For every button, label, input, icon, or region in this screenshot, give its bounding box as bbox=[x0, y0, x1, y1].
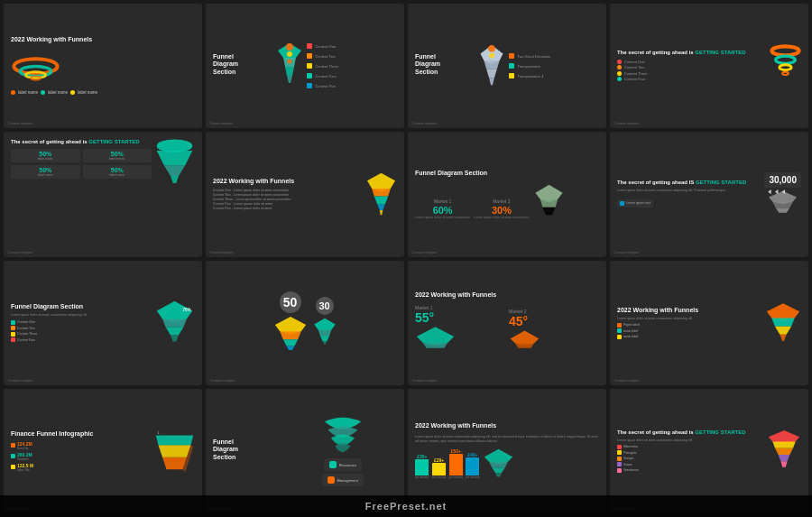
funnel-wide-icon bbox=[154, 139, 195, 189]
slide-footer-4: Creative template bbox=[614, 122, 639, 125]
finance-funnel-icon: 1 bbox=[154, 429, 195, 474]
slide-10[interactable]: 50 30 Creative template bbox=[206, 261, 404, 385]
svg-point-9 bbox=[287, 51, 292, 57]
funnel-small-icon bbox=[483, 448, 514, 479]
funnel-55-icon bbox=[415, 325, 456, 350]
svg-point-8 bbox=[286, 43, 293, 51]
svg-marker-51 bbox=[322, 341, 327, 344]
legend-item-2: label name bbox=[41, 90, 68, 95]
svg-marker-36 bbox=[768, 189, 770, 194]
slide-12-title: 2022 Working with Funnels bbox=[617, 307, 762, 314]
slide-2[interactable]: FunnelDiagramSection Content One bbox=[206, 4, 404, 128]
content-row-1: Content One bbox=[307, 43, 397, 49]
slide-2-title: FunnelDiagramSection bbox=[213, 53, 272, 76]
slide-3[interactable]: FunnelDiagramSection Two Good Decisions … bbox=[408, 4, 606, 128]
content-row-s3-2: Transportation bbox=[509, 63, 599, 69]
svg-marker-31 bbox=[540, 199, 558, 208]
svg-point-15 bbox=[489, 45, 496, 52]
funnel-colored-icon bbox=[765, 301, 801, 345]
svg-marker-61 bbox=[159, 445, 191, 457]
funnel-wave-icon bbox=[320, 415, 365, 456]
funnel-center-icon bbox=[365, 171, 397, 217]
content-row-s3-3: Transportation 4 bbox=[509, 73, 599, 78]
slide-11[interactable]: 2022 Working with Funnels Market 1 55° M… bbox=[408, 261, 606, 385]
svg-text:1: 1 bbox=[158, 431, 160, 435]
svg-marker-60 bbox=[162, 457, 187, 470]
slide-4-title: The secret of getting ahead is GETTING S… bbox=[617, 50, 766, 56]
funnel-30-icon bbox=[312, 317, 337, 346]
slide-4[interactable]: The secret of getting ahead is GETTING S… bbox=[610, 4, 808, 128]
svg-point-19 bbox=[780, 65, 791, 70]
content-row-3: Content Three bbox=[307, 63, 397, 69]
svg-marker-12 bbox=[484, 60, 500, 69]
svg-marker-13 bbox=[487, 69, 498, 78]
content-row-2: Content Two bbox=[307, 53, 397, 59]
slide-9-title: Funnel Diagram Section bbox=[11, 303, 152, 310]
svg-marker-52 bbox=[417, 327, 454, 346]
slide-footer-8: Creative template bbox=[614, 251, 639, 254]
stat-3: 50% label name bbox=[11, 165, 80, 179]
content-row-s3-1: Two Good Decisions bbox=[509, 53, 599, 59]
svg-marker-6 bbox=[285, 67, 294, 76]
slide-12[interactable]: 2022 Working with Funnels Lorem ipsum do… bbox=[610, 261, 808, 385]
svg-marker-40 bbox=[162, 319, 187, 327]
slide-6-title: 2022 Working with Funnels bbox=[213, 178, 363, 185]
svg-marker-74 bbox=[780, 461, 787, 466]
svg-marker-22 bbox=[157, 151, 193, 165]
slide-footer-11: Creative template bbox=[412, 379, 437, 383]
svg-marker-68 bbox=[492, 468, 504, 473]
svg-marker-26 bbox=[372, 189, 391, 197]
slide-9[interactable]: Funnel Diagram Section Lorem ipsum dolor… bbox=[4, 261, 202, 385]
legend-dot-2 bbox=[41, 90, 45, 95]
slide-footer-2: Funnel template bbox=[210, 122, 233, 125]
svg-point-10 bbox=[288, 60, 292, 64]
s4-row-2: Content Two bbox=[617, 65, 766, 69]
svg-marker-73 bbox=[779, 455, 790, 461]
svg-marker-55 bbox=[515, 343, 534, 347]
slide-footer-9: Creative template bbox=[8, 379, 32, 383]
slide-7[interactable]: Funnel Diagram Section Market 1 60% Lore… bbox=[408, 132, 606, 256]
svg-marker-49 bbox=[318, 329, 331, 336]
slide-11-title: 2022 Working with Funnels bbox=[415, 291, 599, 299]
spiral-right-icon bbox=[770, 43, 801, 88]
svg-marker-62 bbox=[156, 435, 193, 445]
funnel-diagram-icon bbox=[276, 42, 303, 87]
funnel-arrows-icon bbox=[765, 189, 801, 217]
svg-marker-71 bbox=[772, 441, 795, 448]
svg-marker-37 bbox=[775, 189, 778, 194]
svg-marker-57 bbox=[771, 318, 794, 326]
s4-row-3: Content Three bbox=[617, 71, 766, 76]
svg-marker-47 bbox=[286, 346, 294, 350]
svg-point-16 bbox=[490, 53, 495, 59]
funnel-light-icon bbox=[478, 43, 505, 88]
watermark-bar: FreePreset.net bbox=[0, 495, 812, 517]
svg-marker-59 bbox=[780, 334, 786, 340]
slide-6[interactable]: 2022 Working with Funnels Content One - … bbox=[206, 132, 404, 256]
slide-7-title: Funnel Diagram Section bbox=[415, 170, 599, 177]
slide-footer-3: Creative template bbox=[412, 122, 437, 125]
stat-1: 50% label name bbox=[11, 149, 80, 162]
svg-marker-41 bbox=[166, 327, 184, 335]
svg-marker-35 bbox=[776, 208, 789, 212]
funnel-multicolor-icon bbox=[767, 429, 801, 474]
svg-marker-69 bbox=[495, 473, 502, 476]
slide-footer-1: Creative template bbox=[8, 122, 32, 125]
spiral-icon bbox=[11, 46, 60, 87]
svg-marker-7 bbox=[287, 76, 292, 83]
svg-point-21 bbox=[157, 140, 193, 152]
slide-footer-12: Creative template bbox=[614, 379, 639, 383]
slide-5[interactable]: The secret of getting ahead is GETTING S… bbox=[4, 132, 202, 256]
svg-text:70%: 70% bbox=[182, 307, 190, 311]
svg-marker-23 bbox=[164, 166, 185, 177]
legend-dot-3 bbox=[70, 90, 75, 95]
slide-footer-10: Creative template bbox=[210, 379, 235, 383]
slide-5-title: The secret of getting ahead is GETTING S… bbox=[11, 139, 152, 145]
slide-1-title: 2022 Working with Funnels bbox=[11, 36, 195, 43]
svg-marker-46 bbox=[282, 339, 297, 346]
funnel-45-icon bbox=[509, 328, 540, 350]
slide-1[interactable]: 2022 Working with Funnels label name lab… bbox=[4, 4, 202, 128]
content-row-4: Content Four bbox=[307, 73, 397, 78]
slide-8[interactable]: The secret of getting ahead IS GETTING S… bbox=[610, 132, 808, 256]
svg-marker-14 bbox=[490, 78, 495, 86]
legend-item-1: label name bbox=[11, 90, 38, 95]
